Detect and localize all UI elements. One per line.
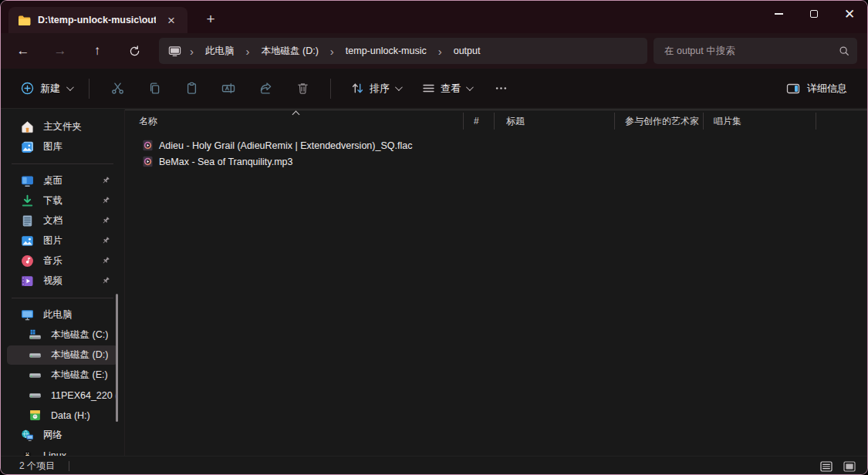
rename-icon <box>221 82 235 95</box>
more-button[interactable] <box>485 75 516 103</box>
breadcrumb[interactable]: › 此电脑 › 本地磁盘 (D:) › temp-unlock-music › … <box>159 38 647 64</box>
titlebar: D:\temp-unlock-music\output × + ✕ <box>1 1 867 33</box>
sidebar-item-gallery[interactable]: 图库 <box>7 137 118 157</box>
file-name: BeMax - Sea of Tranquility.mp3 <box>159 157 292 167</box>
breadcrumb-temp-unlock-music[interactable]: temp-unlock-music <box>343 43 430 59</box>
forward-button[interactable]: → <box>47 38 73 64</box>
share-button[interactable] <box>250 75 281 103</box>
explorer-tab[interactable]: D:\temp-unlock-music\output × <box>8 7 187 33</box>
maximize-button[interactable] <box>796 1 832 27</box>
toolbar-divider <box>89 79 90 99</box>
copy-button[interactable] <box>139 75 170 103</box>
column-separator[interactable] <box>816 113 816 130</box>
sidebar-divider <box>12 298 113 298</box>
rename-button[interactable] <box>213 75 244 103</box>
this-pc-icon <box>168 45 181 58</box>
folder-icon <box>18 14 31 27</box>
sidebar-item-network[interactable]: 网络 <box>7 426 118 445</box>
column-header-artists[interactable]: 参与创作的艺术家 <box>622 110 699 132</box>
cut-button[interactable] <box>102 75 133 103</box>
sidebar-item-documents[interactable]: 文档 <box>7 211 118 231</box>
sidebar-item-label: 桌面 <box>43 174 62 187</box>
sidebar-item-label: 本地磁盘 (C:) <box>51 328 108 342</box>
sidebar-item-this-pc[interactable]: 此电脑 <box>7 305 118 325</box>
sidebar-scrollbar[interactable] <box>116 294 118 422</box>
thumbnail-view-button[interactable] <box>839 459 860 474</box>
breadcrumb-output[interactable]: output <box>451 43 484 59</box>
back-button[interactable]: ← <box>10 38 36 64</box>
address-bar: ← → ↑ › 此电脑 › 本地磁盘 (D:) › temp-unlock-mu… <box>1 33 867 69</box>
column-header-number[interactable]: # <box>471 110 479 132</box>
sidebar-divider <box>12 163 113 164</box>
column-header-name[interactable]: 名称 <box>136 110 157 132</box>
sidebar-item-label: 下载 <box>43 194 62 207</box>
sort-button[interactable]: 排序 <box>343 76 408 101</box>
copy-icon <box>148 82 161 95</box>
network-icon <box>21 429 34 442</box>
audio-file-icon <box>142 140 154 151</box>
sidebar-item-drive-e[interactable]: 本地磁盘 (E:) <box>7 366 118 385</box>
paste-button[interactable] <box>176 75 207 103</box>
sidebar-item-label: 网络 <box>43 429 62 442</box>
sidebar-item-downloads[interactable]: 下载 <box>7 191 118 211</box>
up-button[interactable]: ↑ <box>84 38 110 64</box>
sidebar-item-label: 本地磁盘 (D:) <box>51 349 108 362</box>
sort-button-label: 排序 <box>370 82 390 96</box>
breadcrumb-this-pc[interactable]: 此电脑 <box>202 42 238 60</box>
column-separator[interactable] <box>463 113 464 130</box>
sidebar-item-drive-c[interactable]: 本地磁盘 (C:) <box>7 325 118 345</box>
column-header-album[interactable]: 唱片集 <box>711 110 741 132</box>
gallery-icon <box>21 140 34 153</box>
search-box[interactable] <box>654 38 857 64</box>
status-bar: 2 个项目 <box>1 456 867 475</box>
sidebar-item-pictures[interactable]: 图片 <box>7 231 118 251</box>
tab-close-icon[interactable]: × <box>163 12 180 29</box>
sidebar-item-label: 本地磁盘 (E:) <box>51 369 108 382</box>
navigation-pane: 主文件夹 图库 桌面 <box>1 109 124 456</box>
cut-icon <box>111 82 124 95</box>
view-icon <box>422 82 435 95</box>
delete-icon <box>296 82 309 95</box>
column-separator[interactable] <box>614 113 615 130</box>
pin-icon <box>101 196 110 205</box>
column-headers: 名称 # 标题 参与创作的艺术家 唱片集 <box>125 109 867 131</box>
maximize-icon <box>810 10 818 18</box>
sidebar-item-drive-d[interactable]: 本地磁盘 (D:) <box>7 345 118 365</box>
sidebar-item-label: 图库 <box>43 140 62 153</box>
column-separator[interactable] <box>703 113 704 130</box>
pin-icon <box>101 216 110 225</box>
delete-button[interactable] <box>287 75 318 103</box>
details-pane-icon <box>786 83 800 95</box>
view-toggles <box>816 459 860 474</box>
status-divider <box>69 461 69 471</box>
minimize-button[interactable] <box>761 1 796 27</box>
breadcrumb-separator: › <box>433 45 448 58</box>
refresh-button[interactable] <box>121 38 147 64</box>
main-area: 主文件夹 图库 桌面 <box>1 109 867 456</box>
column-header-title[interactable]: 标题 <box>503 110 525 132</box>
sidebar-item-label: 图片 <box>43 234 62 248</box>
item-count: 2 个项目 <box>19 460 55 473</box>
sidebar-item-desktop[interactable]: 桌面 <box>7 171 118 190</box>
details-view-button[interactable] <box>816 459 836 474</box>
file-row[interactable]: BeMax - Sea of Tranquility.mp3 <box>136 153 292 170</box>
new-tab-button[interactable]: + <box>200 8 221 30</box>
sidebar-item-videos[interactable]: 视频 <box>7 271 118 291</box>
close-icon: ✕ <box>844 6 855 22</box>
column-separator[interactable] <box>494 113 495 130</box>
details-pane-button[interactable]: 详细信息 <box>778 76 855 101</box>
file-row[interactable]: Adieu - Holy Grail (AdieuRemix | Extende… <box>136 137 412 153</box>
sidebar-item-home[interactable]: 主文件夹 <box>7 117 118 136</box>
file-name: Adieu - Holy Grail (AdieuRemix | Extende… <box>159 140 412 151</box>
details-pane-label: 详细信息 <box>807 82 847 96</box>
close-button[interactable]: ✕ <box>832 1 867 27</box>
command-bar: 新建 <box>1 69 867 109</box>
sidebar-item-music[interactable]: 音乐 <box>7 251 118 271</box>
pictures-icon <box>21 234 34 248</box>
view-button[interactable]: 查看 <box>414 76 479 101</box>
sidebar-item-drive-11pex64[interactable]: 11PEX64_220 ( <box>7 386 118 405</box>
search-input[interactable] <box>664 45 839 56</box>
sidebar-item-drive-data-h[interactable]: Data (H:) <box>7 406 118 425</box>
breadcrumb-drive-d[interactable]: 本地磁盘 (D:) <box>258 42 322 60</box>
new-button[interactable]: 新建 <box>13 76 79 101</box>
